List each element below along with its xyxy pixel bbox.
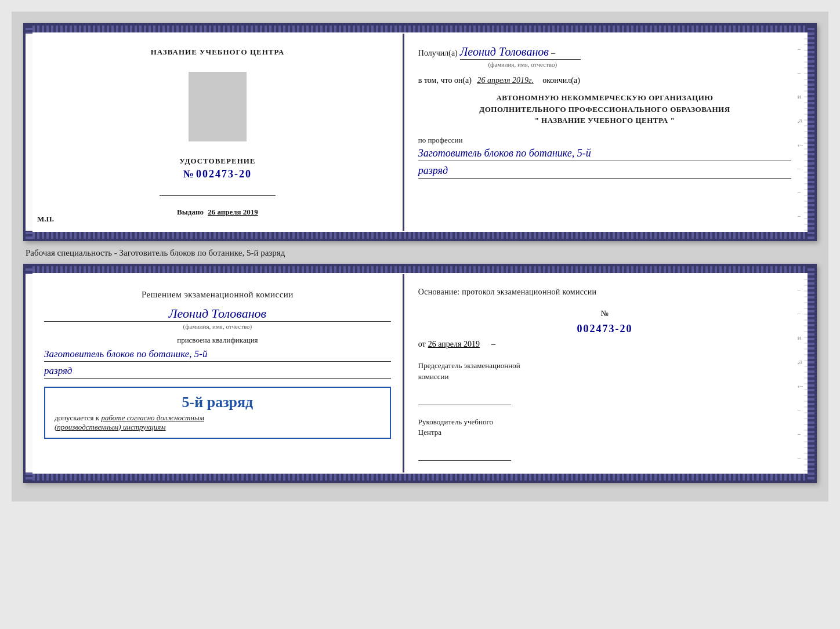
qual-assigned: присвоена квалификация <box>44 336 391 345</box>
training-center-title: НАЗВАНИЕ УЧЕБНОГО ЦЕНТРА <box>151 48 285 57</box>
org-line2: ДОПОЛНИТЕЛЬНОГО ПРОФЕССИОНАЛЬНОГО ОБРАЗО… <box>418 104 791 115</box>
profession-label: по профессии <box>418 136 463 144</box>
received-name: Леонид Толованов <box>460 45 549 60</box>
qual-right-panel: Основание: протокол экзаменационной коми… <box>404 274 814 472</box>
org-line3: " НАЗВАНИЕ УЧЕБНОГО ЦЕНТРА " <box>418 115 791 126</box>
protocol-number: 002473-20 <box>418 323 791 335</box>
issued-line: Выдано 26 апреля 2019 <box>177 208 258 217</box>
date-prefix: в том, что он(а) <box>418 76 472 85</box>
issued-label: Выдано <box>177 208 204 216</box>
cert-right-panel: Получил(а) Леонид Толованов – (фамилия, … <box>404 34 814 231</box>
director-title: Руководитель учебного Центра <box>418 417 791 438</box>
stamp-sub-end: (производственным) инструкциям <box>55 423 166 431</box>
profession-value: Заготовитель блоков по ботанике, 5-й <box>418 147 791 161</box>
org-block: АВТОНОМНУЮ НЕКОММЕРЧЕСКУЮ ОРГАНИЗАЦИЮ ДО… <box>418 92 791 126</box>
qual-left-panel: Решением экзаменационной комиссии Леонид… <box>26 274 404 472</box>
right-edge-marks: – – и ,а ‹– – – – <box>798 45 803 219</box>
mp-label: М.П. <box>37 214 54 224</box>
right-edge-marks-2: – – и ,а ‹– – – – <box>798 286 803 461</box>
chairman-block: Председатель экзаменационной комиссии <box>418 361 791 405</box>
chairman-line2: комиссии <box>418 372 449 381</box>
protocol-prefix: № <box>601 309 609 318</box>
dash: – <box>551 49 555 57</box>
director-line2: Центра <box>418 428 441 437</box>
cert-left-panel: НАЗВАНИЕ УЧЕБНОГО ЦЕНТРА УДОСТОВЕРЕНИЕ №… <box>26 34 404 231</box>
chairman-line1: Председатель экзаменационной <box>418 361 520 370</box>
rank-block: разряд <box>418 165 791 179</box>
chairman-title: Председатель экзаменационной комиссии <box>418 361 791 381</box>
cert-content-row: НАЗВАНИЕ УЧЕБНОГО ЦЕНТРА УДОСТОВЕРЕНИЕ №… <box>26 34 814 231</box>
certificate-card: НАЗВАНИЕ УЧЕБНОГО ЦЕНТРА УДОСТОВЕРЕНИЕ №… <box>23 23 817 241</box>
received-prefix: Получил(а) <box>418 49 458 57</box>
cert-no-prefix: № <box>183 168 194 180</box>
from-date: 26 апреля 2019 <box>428 340 480 349</box>
qual-profession: Заготовитель блоков по ботанике, 5-й <box>44 348 391 362</box>
header-stripe-2 <box>26 266 814 273</box>
specialty-label: Рабочая специальность - Заготовитель бло… <box>23 248 817 258</box>
page-wrapper: НАЗВАНИЕ УЧЕБНОГО ЦЕНТРА УДОСТОВЕРЕНИЕ №… <box>12 12 828 501</box>
cert-number-block: УДОСТОВЕРЕНИЕ № 002473-20 <box>179 157 255 180</box>
director-line1: Руководитель учебного <box>418 417 493 426</box>
fio-label-cert: (фамилия, имя, отчество) <box>465 59 581 68</box>
org-line1: АВТОНОМНУЮ НЕКОММЕРЧЕСКУЮ ОРГАНИЗАЦИЮ <box>418 92 791 104</box>
footer-stripe-qual <box>26 474 814 481</box>
cert-label: УДОСТОВЕРЕНИЕ <box>179 157 255 166</box>
from-date-block: от 26 апреля 2019 – <box>418 340 791 349</box>
qual-name: Леонид Толованов <box>169 306 267 321</box>
qualification-card: Решением экзаменационной комиссии Леонид… <box>23 264 817 483</box>
stamp-box: 5-й разряд допускается к работе согласно… <box>44 387 391 439</box>
protocol-block: № 002473-20 <box>418 308 791 335</box>
chairman-sig-line <box>418 394 511 405</box>
right-stripe-cert <box>808 26 814 239</box>
stamp-sub-italic: работе согласно должностным <box>101 413 204 422</box>
cert-no-line: № 002473-20 <box>179 168 255 180</box>
rank-value-cert: разряд <box>418 165 791 179</box>
cert-number: 002473-20 <box>196 168 252 180</box>
date-value: 26 апреля 2019г. <box>477 76 533 85</box>
header-stripe <box>26 26 814 32</box>
qual-rank: разряд <box>44 365 391 379</box>
signature-underline <box>160 195 276 196</box>
received-block: Получил(а) Леонид Толованов – (фамилия, … <box>418 45 791 69</box>
footer-stripe-cert <box>26 232 814 239</box>
stamp-main-text: 5-й разряд <box>55 394 381 411</box>
right-stripe-qual <box>808 266 814 481</box>
director-block: Руководитель учебного Центра <box>418 417 791 461</box>
basis-text: Основание: протокол экзаменационной коми… <box>418 286 791 299</box>
profession-block: по профессии Заготовитель блоков по бота… <box>418 134 791 161</box>
qual-content-row: Решением экзаменационной комиссии Леонид… <box>26 274 814 472</box>
director-sig-line <box>418 449 511 461</box>
from-prefix: от <box>418 340 426 349</box>
issued-date: 26 апреля 2019 <box>208 208 258 216</box>
photo-placeholder <box>189 72 247 141</box>
date-line: в том, что он(а) 26 апреля 2019г. окончи… <box>418 76 791 85</box>
date-suffix: окончил(а) <box>542 76 580 85</box>
qual-fio-label: (фамилия, имя, отчество) <box>44 321 391 330</box>
stamp-sub-text: допускается к работе согласно должностны… <box>55 413 381 432</box>
qual-name-block: Леонид Толованов (фамилия, имя, отчество… <box>44 306 391 330</box>
stamp-sub-prefix: допускается к <box>55 413 99 422</box>
decision-text: Решением экзаменационной комиссии <box>44 288 391 301</box>
